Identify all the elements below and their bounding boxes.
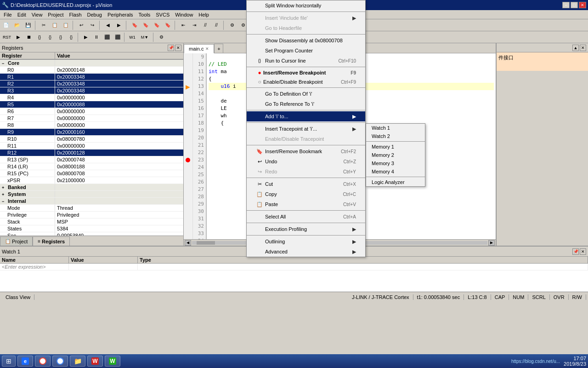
tb-stop[interactable]: ⏹ <box>24 32 34 42</box>
ctx-insert-tracepoint[interactable]: Insert Tracepoint at 'i'... ▶ <box>247 124 365 134</box>
tab-registers[interactable]: ≡ Registers <box>33 236 70 246</box>
menu-debug[interactable]: Debug <box>85 11 105 18</box>
tb-indent-r[interactable]: ⇥ <box>189 20 199 30</box>
ctx-goto-definition[interactable]: Go To Definition Of 'i' <box>247 89 365 99</box>
tb-new[interactable]: 📄 <box>1 20 11 30</box>
menu-help[interactable]: Help <box>196 11 212 18</box>
reg-pin-button[interactable]: 📌 <box>168 45 174 51</box>
tb-bm1[interactable]: 🔖 <box>130 20 140 30</box>
tb-bm2[interactable]: 🔖 <box>141 20 151 30</box>
tab-project[interactable]: 📋 Project <box>0 236 33 246</box>
ctx-insert-bookmark[interactable]: 🔖 Insert/Remove Bookmark Ctrl+F2 <box>247 146 365 156</box>
hscroll-right[interactable]: ▶ <box>488 240 495 246</box>
hscroll-thumb[interactable] <box>197 241 215 245</box>
taskbar-wps1[interactable]: W <box>87 356 103 367</box>
tb-build[interactable]: ⚙ <box>227 20 237 30</box>
menu-view[interactable]: View <box>29 11 45 18</box>
ctx-copy[interactable]: 📋 Copy Ctrl+C <box>247 189 365 199</box>
tab-plus[interactable]: + <box>214 44 223 53</box>
minimize-button[interactable]: − <box>562 2 570 8</box>
tb-step3[interactable]: {} <box>56 32 66 42</box>
reg-r1-row[interactable]: R1 0x20003348 <box>0 74 183 80</box>
watch-expr-cell[interactable]: <Enter expression> <box>0 264 69 270</box>
start-button[interactable]: ⊞ <box>2 356 16 367</box>
taskbar-ie[interactable]: e <box>17 356 33 367</box>
ctx-undo[interactable]: ↩ Undo Ctrl+Z <box>247 156 365 167</box>
taskbar-chrome1[interactable] <box>35 356 51 367</box>
tb-comment[interactable]: // <box>200 20 210 30</box>
tb-run[interactable]: ▶ <box>13 32 23 42</box>
menu-peripherals[interactable]: Peripherals <box>105 11 136 18</box>
right-close-button[interactable]: ✕ <box>580 45 586 51</box>
reg-r15-row[interactable]: R15 (PC) 0x08000708 <box>0 170 183 177</box>
sub-logic-analyzer[interactable]: Logic Analyzer <box>366 178 425 186</box>
ctx-select-all[interactable]: Select All Ctrl+A <box>247 212 365 222</box>
reg-privilege-row[interactable]: Privilege Privileged <box>0 212 183 218</box>
tb-open[interactable]: 📂 <box>12 20 22 30</box>
reg-r13-row[interactable]: R13 (SP) 0x20000748 <box>0 156 183 163</box>
reg-r5-row[interactable]: R5 0x20000088 <box>0 101 183 108</box>
tb-d1[interactable]: ▶ <box>81 32 91 42</box>
ctx-advanced[interactable]: Advanced ▶ <box>247 247 365 257</box>
watch-close-button[interactable]: ✕ <box>580 248 586 255</box>
tb-step[interactable]: {} <box>34 32 45 42</box>
reg-r0-row[interactable]: R0 0x20000148 <box>0 67 183 74</box>
tb-save[interactable]: 💾 <box>23 20 33 30</box>
watch-placeholder-row[interactable]: <Enter expression> <box>0 264 588 270</box>
ctx-set-pc[interactable]: Set Program Counter <box>247 46 365 56</box>
ctx-goto-header[interactable]: Go to Headerfile <box>247 23 365 33</box>
ctx-enable-breakpoint[interactable]: ○ Enable/Disable Breakpoint Ctrl+F9 <box>247 77 365 86</box>
tb-bm3[interactable]: 🔖 <box>152 20 162 30</box>
sub-watch1[interactable]: Watch 1 <box>366 124 425 132</box>
taskbar-chrome2[interactable] <box>52 356 68 367</box>
reg-r8-row[interactable]: R8 0x00000000 <box>0 122 183 129</box>
ctx-show-disassembly[interactable]: Show Disassembly at 0x08000708 <box>247 35 365 46</box>
sub-watch2[interactable]: Watch 2 <box>366 132 425 140</box>
reg-r9-row[interactable]: R9 0x20000160 <box>0 129 183 136</box>
maximize-button[interactable]: □ <box>571 2 578 8</box>
tb-indent-l[interactable]: ⇤ <box>178 20 188 30</box>
tb-settings[interactable]: ⚙ <box>156 32 166 42</box>
ctx-add-to[interactable]: Add 'i' to... ▶ <box>247 111 365 121</box>
tb-nav-fwd[interactable]: ▶ <box>114 20 124 30</box>
ctx-insert-breakpoint[interactable]: ● Insert/Remove Breakpoint F9 <box>247 68 365 77</box>
reg-r4-row[interactable]: R4 0x00000000 <box>0 94 183 101</box>
reg-r14-row[interactable]: R14 (LR) 0x08000188 <box>0 163 183 170</box>
reg-states-row[interactable]: States 5384 <box>0 225 183 232</box>
reg-r11-row[interactable]: R11 0x00000000 <box>0 143 183 150</box>
reg-r7-row[interactable]: R7 0x00000000 <box>0 115 183 122</box>
tb-bm4[interactable]: 🔖 <box>163 20 173 30</box>
sub-memory2[interactable]: Memory 2 <box>366 151 425 159</box>
reg-r3-row[interactable]: R3 0x20003348 <box>0 87 183 94</box>
hscroll-left[interactable]: ◀ <box>185 240 191 246</box>
right-pin-button[interactable]: ▲ <box>572 45 579 51</box>
ctx-exec-profiling[interactable]: Execution Profiling ▶ <box>247 224 365 234</box>
tb-cut[interactable]: ✂ <box>39 20 49 30</box>
reg-r6-row[interactable]: R6 0x00000000 <box>0 108 183 115</box>
tb-step2[interactable]: {} <box>45 32 55 42</box>
ctx-paste[interactable]: 📋 Paste Ctrl+V <box>247 199 365 209</box>
tb-w1[interactable]: W1 <box>127 32 137 42</box>
tb-paste[interactable]: 📋 <box>61 20 71 30</box>
menu-tools[interactable]: Tools <box>136 11 153 18</box>
tb-undo[interactable]: ↩ <box>76 20 86 30</box>
tb-d4[interactable]: ⬛ <box>113 32 123 42</box>
watch-pin-button[interactable]: 📌 <box>572 248 579 255</box>
ctx-goto-reference[interactable]: Go To Reference To 'i' <box>247 99 365 109</box>
taskbar-files[interactable]: 📁 <box>70 356 85 367</box>
ctx-enable-tracepoint[interactable]: Enable/Disable Tracepoint <box>247 134 365 144</box>
tab-mainc[interactable]: main.c ✕ <box>184 44 214 53</box>
reg-xpsr-row[interactable]: xPSR 0x21000000 <box>0 177 183 184</box>
menu-window[interactable]: Window <box>172 11 196 18</box>
sub-memory4[interactable]: Memory 4 <box>366 167 425 176</box>
menu-edit[interactable]: Edit <box>15 11 29 18</box>
reg-stack-row[interactable]: Stack MSP <box>0 218 183 225</box>
ctx-run-cursor[interactable]: {} Run to Cursor line Ctrl+F10 <box>247 56 365 66</box>
menu-flash[interactable]: Flash <box>67 11 85 18</box>
reg-sec-row[interactable]: Sec 0.00053840 <box>0 232 183 236</box>
sub-memory3[interactable]: Memory 3 <box>366 159 425 167</box>
taskbar-wps2[interactable]: W <box>105 356 120 367</box>
ctx-redo[interactable]: ↪ Redo Ctrl+Y <box>247 167 365 177</box>
tb-redo[interactable]: ↪ <box>87 20 97 30</box>
reg-r10-row[interactable]: R10 0x08000780 <box>0 136 183 143</box>
